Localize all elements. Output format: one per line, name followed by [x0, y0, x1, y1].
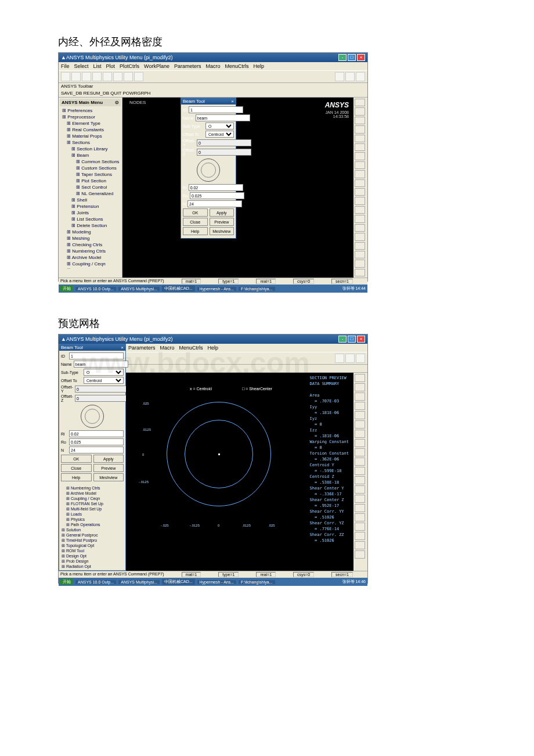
toolbar-extra2-icon[interactable] — [345, 72, 355, 81]
zoom-fit-icon[interactable] — [355, 170, 365, 178]
zoom-out-icon[interactable] — [355, 188, 365, 196]
zoom-fit-icon-2[interactable] — [355, 448, 365, 456]
start-button-2[interactable]: 开始 — [60, 579, 73, 585]
tree-item[interactable]: ⊞ Meshing — [61, 235, 120, 242]
tree-item[interactable]: ⊞ Coupling / Ceqn — [60, 496, 124, 501]
view-back-icon[interactable] — [355, 125, 365, 133]
tree-item[interactable]: ⊞ Pretension — [61, 203, 120, 210]
maximize-button[interactable]: □ — [348, 54, 356, 61]
task-cad[interactable]: 中国机械CAD... — [162, 286, 195, 291]
rotate-icon-2[interactable] — [355, 495, 365, 503]
system-tray[interactable]: 张怀等 14:44 — [342, 286, 366, 291]
rotate-icon[interactable] — [355, 215, 365, 222]
graphics-canvas-2[interactable]: SECTION PREVIEW DATA SUMMARY Area = .707… — [126, 373, 353, 571]
dialog-titlebar-2[interactable]: Beam Tool × — [59, 344, 125, 351]
rate-icon[interactable] — [355, 251, 365, 258]
meshview-button[interactable]: Meshview — [210, 227, 234, 235]
tree-item[interactable]: ⊞ Joints — [61, 210, 120, 216]
preview-button-2[interactable]: Preview — [93, 464, 124, 472]
view-right-icon-2[interactable] — [355, 439, 365, 447]
view-left-icon-2[interactable] — [355, 430, 365, 438]
menu-macro-2[interactable]: Macro — [160, 345, 175, 351]
tree-item[interactable]: ⊞ Preferences — [61, 107, 120, 114]
toolbar-extra1-icon-2[interactable] — [335, 354, 344, 363]
view-top-icon[interactable] — [355, 135, 365, 142]
menu-select[interactable]: Select — [74, 63, 89, 69]
view-front-icon-2[interactable] — [355, 393, 365, 401]
tree-item[interactable]: ⊞ Shell — [61, 197, 120, 203]
task-folder-2[interactable]: F:\lichang\shiya... — [239, 580, 275, 584]
zoom-box-icon-2[interactable] — [355, 476, 365, 484]
ri-input-2[interactable] — [69, 430, 124, 437]
close-button[interactable]: × — [357, 54, 365, 61]
n-input[interactable] — [187, 200, 242, 207]
tree-item[interactable]: ⊞ TimeHist Postpro — [60, 538, 124, 543]
tree-item[interactable]: ⊞ Modeling — [61, 229, 120, 235]
toolbar-print-icon[interactable] — [103, 72, 112, 81]
menu-macro[interactable]: Macro — [205, 63, 220, 69]
offsetto-select[interactable]: Centroid — [205, 131, 234, 138]
toolbar-report-icon[interactable] — [113, 72, 122, 81]
zoom-back-icon[interactable] — [355, 206, 365, 214]
rotate-y-icon[interactable] — [355, 269, 365, 276]
toolbar-open-icon[interactable] — [71, 72, 81, 81]
close-button-dialog[interactable]: Close — [183, 218, 208, 226]
close-button-2[interactable]: × — [357, 336, 365, 343]
view-bot-icon[interactable] — [355, 143, 365, 151]
menu-workplane[interactable]: WorkPlane — [144, 63, 169, 69]
titlebar[interactable]: ▲ ANSYS Multiphysics Utility Menu (pi_mo… — [59, 53, 367, 62]
subtype-select-2[interactable]: O — [84, 369, 124, 376]
menu-menuctrls-2[interactable]: MenuCtrls — [179, 345, 203, 351]
toolbar-extra3-icon[interactable] — [356, 72, 365, 81]
sidebar-tree-tail[interactable]: ⊞ Numbering Ctrls⊞ Archive Model⊞ Coupli… — [59, 484, 125, 570]
view-left-icon[interactable] — [355, 152, 365, 160]
ro-input-2[interactable] — [69, 438, 124, 445]
view-oblique-icon[interactable] — [355, 107, 365, 115]
tree-item[interactable]: ⊞ Checking Ctrls — [61, 242, 120, 248]
tree-item[interactable]: ⊞ Topological Opt — [60, 543, 124, 548]
tree-item[interactable]: ⊞ Physics — [60, 517, 124, 522]
task-hypermesh-2[interactable]: Hypermesh - Ans... — [197, 580, 237, 584]
tree-item[interactable]: ⊞ Solution — [60, 527, 124, 532]
minimize-button[interactable]: - — [338, 54, 347, 61]
tree-item[interactable]: ⊞ Real Constants — [61, 127, 120, 133]
view-front-icon[interactable] — [355, 117, 365, 124]
rotate-x-icon[interactable] — [355, 260, 365, 267]
windows-taskbar-2[interactable]: 开始 ANSYS 10.0 Outp... ANSYS Multiphysi..… — [59, 578, 367, 586]
graphics-canvas[interactable]: NODES ANSYS JAN 14 2008 14:33:58 Beam To… — [122, 98, 353, 278]
tree-item[interactable]: ⊞ Taper Sections — [61, 171, 120, 178]
tree-item[interactable]: ⊞ List Sections — [61, 216, 120, 222]
menu-plotctrls[interactable]: PlotCtrls — [120, 63, 139, 69]
rotate-x-icon-2[interactable] — [355, 541, 365, 549]
view-back-icon-2[interactable] — [355, 402, 365, 410]
dynamic-icon[interactable] — [355, 242, 365, 250]
toolbar-extra2-icon-2[interactable] — [345, 354, 355, 363]
tree-item[interactable]: ⊞ Preprocessor — [61, 114, 120, 120]
id-input[interactable] — [189, 106, 243, 113]
ro-input[interactable] — [190, 192, 244, 199]
view-right-icon[interactable] — [355, 161, 365, 169]
menu-help-2[interactable]: Help — [208, 345, 219, 351]
task-ansys-mp-2[interactable]: ANSYS Multiphysi... — [118, 580, 160, 584]
tree-item[interactable]: ⊞ Loads — [60, 512, 124, 517]
zoom-out-icon-2[interactable] — [355, 467, 365, 475]
dialog-titlebar[interactable]: Beam Tool × — [181, 98, 236, 105]
toolbar-raise-icon[interactable] — [134, 72, 143, 81]
preview-button[interactable]: Preview — [210, 218, 234, 226]
zoom-box-icon[interactable] — [355, 197, 365, 204]
zoom-back-icon-2[interactable] — [355, 485, 365, 494]
tree-item[interactable]: ⊞ Element Type — [61, 120, 120, 127]
tree-item[interactable]: ⊞ Beam — [61, 152, 120, 159]
task-folder[interactable]: F:\lichang\shiya... — [239, 287, 275, 291]
toolbar-new-icon[interactable] — [61, 72, 70, 81]
sidebar-pin-icon[interactable]: ⊙ — [115, 100, 119, 105]
tree-item[interactable]: ⊞ Prob Design — [60, 559, 124, 564]
tree-item[interactable]: ⊞ Custom Sections — [61, 165, 120, 171]
dialog-close-icon-2[interactable]: × — [121, 345, 124, 350]
ok-button[interactable]: OK — [183, 208, 208, 217]
view-bot-icon-2[interactable] — [355, 420, 365, 429]
beam-tool-dialog[interactable]: Beam Tool × ID Name Sub-TypeO Offset ToC… — [181, 98, 236, 239]
ansys-toolbar-buttons[interactable]: SAVE_DB RESUM_DB QUIT POWRGRPH — [59, 89, 367, 98]
tree-item[interactable]: ⊞ Delete Section — [61, 222, 120, 229]
tree-item[interactable]: ⊞ Path Operations — [60, 522, 124, 527]
